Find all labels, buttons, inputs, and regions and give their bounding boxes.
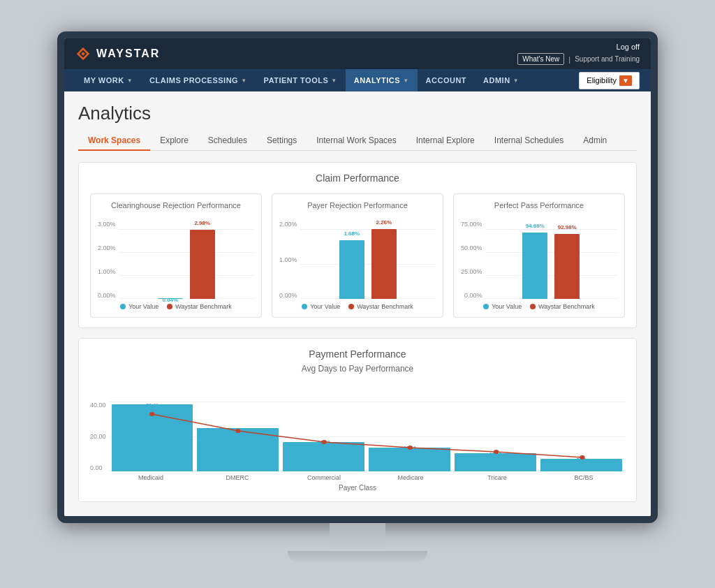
tab-schedules[interactable]: Schedules	[198, 131, 257, 151]
clearinghouse-your-value-bar	[158, 298, 183, 299]
clearinghouse-legend: Your Value Waystar Benchmark	[98, 303, 254, 310]
payment-performance-section: Payment Performance Avg Days to Pay Perf…	[78, 338, 637, 502]
payer-your-value-label: 1.68%	[344, 230, 360, 237]
payer-benchmark-label: 2.26%	[376, 219, 392, 226]
payer-your-value-bar	[339, 240, 364, 299]
bar-name-medicare: Medicare	[369, 474, 452, 481]
avg-days-title: Avg Days to Pay Performance	[90, 364, 625, 374]
top-bar: WAYSTAR Log off What's New | Support and…	[64, 38, 651, 69]
benchmark-legend: Waystar Benchmark	[167, 303, 232, 310]
nav-item-patient-tools[interactable]: PATIENT TOOLS ▼	[256, 69, 346, 91]
eligibility-button[interactable]: Eligibility ▼	[579, 72, 640, 89]
logo-area: WAYSTAR	[75, 46, 160, 61]
perfect-your-value-dot	[483, 304, 489, 309]
benchmark-dot	[167, 304, 172, 309]
perfect-pass-y-axis: 75.00% 50.00% 25.00% 0.00%	[461, 221, 482, 299]
tab-admin[interactable]: Admin	[573, 131, 617, 151]
tab-internal-explore[interactable]: Internal Explore	[406, 131, 485, 151]
payment-bar-commercial: 16.78	[283, 402, 364, 471]
log-off-link[interactable]: Log off	[617, 43, 640, 51]
tab-internal-work-spaces[interactable]: Internal Work Spaces	[307, 131, 406, 151]
page-title: Analytics	[78, 103, 637, 124]
nav-item-claims-processing[interactable]: CLAIMS PROCESSING ▼	[141, 69, 256, 91]
payer-class-label: Payer Class	[90, 484, 625, 492]
perfect-legend: Your Value Waystar Benchmark	[461, 303, 617, 310]
monitor-wrapper: WAYSTAR Log off What's New | Support and…	[57, 31, 658, 564]
eligibility-dropdown-icon: ▼	[619, 75, 632, 86]
your-value-dot	[120, 304, 126, 309]
my-work-arrow-icon: ▼	[127, 78, 133, 84]
top-right-links: What's New | Support and Training	[517, 53, 640, 65]
bar-name-tricare: Tricare	[456, 474, 538, 481]
payment-bar-medicaid: 38.44	[112, 402, 193, 471]
claims-arrow-icon: ▼	[241, 78, 246, 84]
bar-name-dmerc: DMERC	[196, 474, 279, 481]
perfect-pass-chart: Perfect Pass Performance 75.00% 50.00% 2…	[453, 193, 625, 318]
tab-internal-schedules[interactable]: Internal Schedules	[485, 131, 573, 151]
claim-performance-section: Claim Performance Clearinghouse Rejectio…	[78, 162, 637, 328]
nav-item-my-work[interactable]: MY WORK ▼	[75, 69, 141, 91]
sub-tabs: Work Spaces Explore Schedules Settings I…	[78, 131, 637, 151]
bar-name-commercial: Commercial	[283, 474, 365, 481]
payment-bar-dmerc: 24.94	[197, 402, 279, 471]
perfect-your-value-label: 94.88%	[526, 223, 545, 229]
payment-bar-bcbs: 7.28	[540, 402, 622, 471]
your-value-legend: Your Value	[120, 303, 159, 310]
nav-bar: MY WORK ▼ CLAIMS PROCESSING ▼ PATIENT TO…	[64, 69, 651, 91]
claim-performance-title: Claim Performance	[90, 172, 625, 184]
bar-name-medicaid: Medicaid	[110, 474, 192, 481]
clearinghouse-chart-title: Clearinghouse Rejection Performance	[98, 201, 254, 210]
payment-bar-tricare: 10.41	[455, 402, 536, 471]
top-right-area: Log off What's New | Support and Trainin…	[517, 43, 640, 65]
payer-rejection-y-axis: 2.00% 1.00% 0.00%	[279, 221, 297, 299]
payment-bar-medicare: 13.54	[369, 402, 450, 471]
payer-benchmark-dot	[348, 304, 354, 309]
nav-items: MY WORK ▼ CLAIMS PROCESSING ▼ PATIENT TO…	[75, 69, 527, 91]
eligibility-label: Eligibility	[587, 76, 617, 84]
payment-y-axis: 40.00 20.00 0.00	[90, 402, 106, 471]
payer-rejection-title: Payer Rejection Performance	[279, 201, 436, 210]
clearinghouse-chart: Clearinghouse Rejection Performance 3.00…	[90, 193, 262, 318]
payer-rejection-chart: Payer Rejection Performance 2.00% 1.00% …	[272, 193, 443, 318]
tab-work-spaces[interactable]: Work Spaces	[78, 131, 150, 151]
perfect-benchmark-label: 92.98%	[558, 224, 577, 230]
support-training-link[interactable]: Support and Training	[575, 55, 640, 63]
nav-item-analytics[interactable]: ANALYTICS ▼	[346, 69, 418, 91]
nav-right: Eligibility ▼	[579, 72, 640, 89]
nav-item-account[interactable]: ACCOUNT	[418, 69, 476, 91]
nav-item-admin[interactable]: ADMIN ▼	[475, 69, 527, 91]
payer-your-value-dot	[302, 304, 307, 309]
analytics-arrow-icon: ▼	[403, 78, 408, 84]
clearinghouse-y-axis: 3.00% 2.00% 1.00% 0.00%	[98, 221, 116, 299]
tab-explore[interactable]: Explore	[150, 131, 198, 151]
perfect-benchmark-dot	[530, 304, 536, 309]
waystar-logo-icon	[75, 46, 91, 61]
separator: |	[568, 55, 570, 64]
payment-performance-title: Payment Performance	[90, 348, 625, 360]
payer-benchmark-bar	[371, 229, 397, 299]
perfect-benchmark-bar	[554, 234, 580, 299]
bar-name-bcbs: BC/BS	[543, 474, 625, 481]
perfect-pass-title: Perfect Pass Performance	[461, 201, 617, 210]
admin-arrow-icon: ▼	[513, 78, 519, 84]
clearinghouse-benchmark-label: 2.98%	[194, 220, 210, 226]
perfect-your-value-bar	[522, 233, 547, 299]
tab-settings[interactable]: Settings	[257, 131, 307, 151]
monitor-stand-neck	[330, 523, 385, 551]
logo-text: WAYSTAR	[96, 47, 160, 60]
content-area: Analytics Work Spaces Explore Schedules …	[64, 91, 651, 516]
patient-tools-arrow-icon: ▼	[331, 78, 337, 84]
monitor-stand-base	[288, 551, 427, 564]
monitor-screen: WAYSTAR Log off What's New | Support and…	[57, 31, 658, 523]
payer-legend: Your Value Waystar Benchmark	[279, 303, 436, 310]
whats-new-button[interactable]: What's New	[517, 53, 564, 65]
clearinghouse-benchmark-bar	[190, 230, 215, 299]
charts-grid: Clearinghouse Rejection Performance 3.00…	[90, 193, 625, 318]
